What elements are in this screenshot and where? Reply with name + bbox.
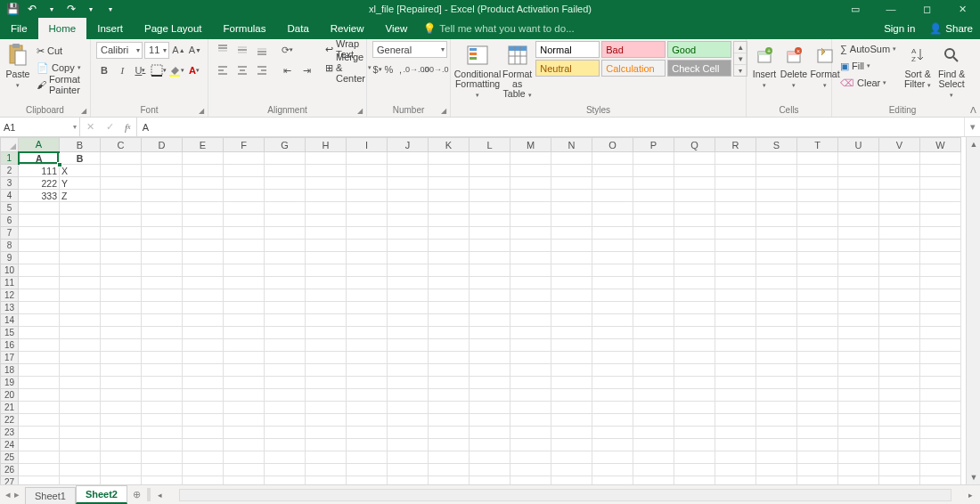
cell-N5[interactable] <box>551 202 592 215</box>
cell-E12[interactable] <box>183 289 224 302</box>
col-header-V[interactable]: V <box>879 138 920 152</box>
fill-color-button[interactable]: ▾ <box>168 61 184 79</box>
style-good[interactable]: Good <box>667 41 731 58</box>
delete-cells-button[interactable]: × Delete▾ <box>780 41 807 90</box>
cell-M19[interactable] <box>510 377 551 389</box>
cell-B11[interactable] <box>60 277 101 289</box>
cell-V26[interactable] <box>879 464 920 476</box>
expand-formula-bar-button[interactable]: ▾ <box>964 118 980 136</box>
cell-F6[interactable] <box>224 215 265 227</box>
cell-L18[interactable] <box>470 364 510 377</box>
cell-Q8[interactable] <box>674 240 715 252</box>
scroll-left-icon[interactable]: ◂ <box>154 489 167 501</box>
cell-A17[interactable] <box>19 352 60 364</box>
row-header-13[interactable]: 13 <box>1 302 19 314</box>
cell-V14[interactable] <box>879 314 920 327</box>
cell-I1[interactable] <box>347 152 388 165</box>
cell-M8[interactable] <box>510 240 551 252</box>
cell-P11[interactable] <box>633 277 674 289</box>
cell-V7[interactable] <box>879 227 920 240</box>
cell-S25[interactable] <box>756 451 797 464</box>
style-bad[interactable]: Bad <box>601 41 666 58</box>
cell-U21[interactable] <box>838 402 879 414</box>
cell-S23[interactable] <box>756 427 797 439</box>
col-header-D[interactable]: D <box>142 138 183 152</box>
scroll-down-icon[interactable]: ▼ <box>967 470 980 484</box>
align-top-button[interactable] <box>214 41 232 59</box>
cell-N24[interactable] <box>551 439 592 451</box>
cell-G16[interactable] <box>265 339 306 352</box>
font-color-button[interactable]: A▾ <box>186 61 202 79</box>
cell-E25[interactable] <box>183 451 224 464</box>
row-header-1[interactable]: 1 <box>1 152 19 165</box>
col-header-G[interactable]: G <box>265 138 306 152</box>
cell-F9[interactable] <box>224 252 265 264</box>
share-button[interactable]: 👤 Share <box>922 18 980 39</box>
cell-B16[interactable] <box>60 339 101 352</box>
cell-E17[interactable] <box>183 352 224 364</box>
sort-filter-button[interactable]: AZ Sort & Filter ▾ <box>902 41 933 90</box>
cell-M24[interactable] <box>510 439 551 451</box>
cell-A14[interactable] <box>19 314 60 327</box>
cell-N12[interactable] <box>551 289 592 302</box>
cell-L8[interactable] <box>470 240 510 252</box>
cell-K1[interactable] <box>429 152 470 165</box>
cell-T11[interactable] <box>797 277 838 289</box>
cell-M15[interactable] <box>510 327 551 339</box>
cell-K16[interactable] <box>429 339 470 352</box>
cell-D18[interactable] <box>142 364 183 377</box>
cell-W5[interactable] <box>920 202 961 215</box>
cell-R8[interactable] <box>715 240 756 252</box>
cell-N18[interactable] <box>551 364 592 377</box>
cell-C9[interactable] <box>101 252 142 264</box>
cell-V8[interactable] <box>879 240 920 252</box>
col-header-C[interactable]: C <box>101 138 142 152</box>
sheet-prev-icon[interactable]: ◂ <box>5 489 11 500</box>
cell-K17[interactable] <box>429 352 470 364</box>
cell-G9[interactable] <box>265 252 306 264</box>
cell-L11[interactable] <box>470 277 510 289</box>
cell-E8[interactable] <box>183 240 224 252</box>
styles-more-icon[interactable]: ▾ <box>734 65 747 76</box>
cell-N19[interactable] <box>551 377 592 389</box>
cell-M5[interactable] <box>510 202 551 215</box>
cell-W2[interactable] <box>920 165 961 177</box>
cell-D5[interactable] <box>142 202 183 215</box>
sheet-tab-sheet2[interactable]: Sheet2 <box>76 485 127 504</box>
cell-V6[interactable] <box>879 215 920 227</box>
align-left-button[interactable] <box>214 61 232 79</box>
cell-P22[interactable] <box>633 414 674 427</box>
align-right-button[interactable] <box>253 61 271 79</box>
cell-P8[interactable] <box>633 240 674 252</box>
cell-K27[interactable] <box>429 476 470 485</box>
cell-H15[interactable] <box>306 327 347 339</box>
cell-K11[interactable] <box>429 277 470 289</box>
cell-W19[interactable] <box>920 377 961 389</box>
col-header-W[interactable]: W <box>920 138 961 152</box>
cancel-formula-button[interactable]: ✕ <box>80 118 100 136</box>
cell-U22[interactable] <box>838 414 879 427</box>
cell-R15[interactable] <box>715 327 756 339</box>
cell-B3[interactable]: Y <box>60 177 101 190</box>
cell-A21[interactable] <box>19 402 60 414</box>
cell-F14[interactable] <box>224 314 265 327</box>
cell-N4[interactable] <box>551 190 592 202</box>
cell-O8[interactable] <box>592 240 633 252</box>
cell-M10[interactable] <box>510 264 551 277</box>
cell-Q9[interactable] <box>674 252 715 264</box>
cell-F4[interactable] <box>224 190 265 202</box>
cell-P15[interactable] <box>633 327 674 339</box>
cell-B6[interactable] <box>60 215 101 227</box>
cell-Q4[interactable] <box>674 190 715 202</box>
cell-A7[interactable] <box>19 227 60 240</box>
cell-C5[interactable] <box>101 202 142 215</box>
cell-B23[interactable] <box>60 427 101 439</box>
cell-E3[interactable] <box>183 177 224 190</box>
row-header-27[interactable]: 27 <box>1 476 19 485</box>
cell-F1[interactable] <box>224 152 265 165</box>
cell-N3[interactable] <box>551 177 592 190</box>
row-header-10[interactable]: 10 <box>1 264 19 277</box>
cell-S5[interactable] <box>756 202 797 215</box>
cell-O26[interactable] <box>592 464 633 476</box>
insert-cells-button[interactable]: + Insert▾ <box>752 41 777 90</box>
